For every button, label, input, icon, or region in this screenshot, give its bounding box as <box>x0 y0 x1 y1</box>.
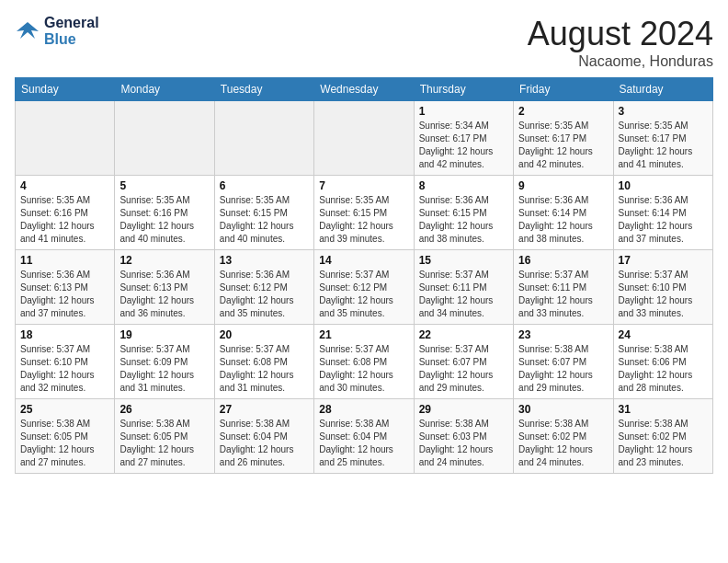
logo: General Blue <box>15 15 99 48</box>
day-number: 18 <box>20 328 109 341</box>
calendar-cell: 6Sunrise: 5:35 AM Sunset: 6:15 PM Daylig… <box>214 176 313 250</box>
calendar-table: Sunday Monday Tuesday Wednesday Thursday… <box>15 77 713 474</box>
day-number: 13 <box>220 254 309 267</box>
logo-text: General Blue <box>44 15 99 48</box>
day-info: Sunrise: 5:38 AM Sunset: 6:07 PM Dayligh… <box>518 343 608 395</box>
calendar-cell: 17Sunrise: 5:37 AM Sunset: 6:10 PM Dayli… <box>613 250 712 325</box>
calendar-cell: 3Sunrise: 5:35 AM Sunset: 6:17 PM Daylig… <box>613 101 712 176</box>
calendar-cell: 4Sunrise: 5:35 AM Sunset: 6:16 PM Daylig… <box>16 176 115 250</box>
calendar-cell: 16Sunrise: 5:37 AM Sunset: 6:11 PM Dayli… <box>514 250 613 325</box>
day-info: Sunrise: 5:37 AM Sunset: 6:08 PM Dayligh… <box>319 343 408 395</box>
day-number: 6 <box>220 179 309 192</box>
day-info: Sunrise: 5:38 AM Sunset: 6:03 PM Dayligh… <box>419 418 508 469</box>
day-number: 30 <box>518 403 608 416</box>
month-year: August 2024 <box>528 15 713 53</box>
day-number: 4 <box>20 179 109 192</box>
header-thursday: Thursday <box>414 78 513 101</box>
day-info: Sunrise: 5:38 AM Sunset: 6:02 PM Dayligh… <box>518 418 608 469</box>
week-row-5: 25Sunrise: 5:38 AM Sunset: 6:05 PM Dayli… <box>16 399 713 474</box>
calendar-cell: 13Sunrise: 5:36 AM Sunset: 6:12 PM Dayli… <box>214 250 313 325</box>
page-header: General Blue August 2024 Nacaome, Hondur… <box>15 15 713 70</box>
calendar-cell: 2Sunrise: 5:35 AM Sunset: 6:17 PM Daylig… <box>514 101 613 176</box>
day-number: 23 <box>518 328 608 341</box>
calendar-cell: 23Sunrise: 5:38 AM Sunset: 6:07 PM Dayli… <box>514 325 613 399</box>
week-row-3: 11Sunrise: 5:36 AM Sunset: 6:13 PM Dayli… <box>16 250 713 325</box>
calendar-cell: 9Sunrise: 5:36 AM Sunset: 6:14 PM Daylig… <box>514 176 613 250</box>
week-row-4: 18Sunrise: 5:37 AM Sunset: 6:10 PM Dayli… <box>16 325 713 399</box>
day-info: Sunrise: 5:38 AM Sunset: 6:05 PM Dayligh… <box>119 418 209 469</box>
day-info: Sunrise: 5:37 AM Sunset: 6:09 PM Dayligh… <box>119 343 209 395</box>
day-number: 16 <box>518 254 608 267</box>
calendar-cell: 5Sunrise: 5:35 AM Sunset: 6:16 PM Daylig… <box>115 176 214 250</box>
calendar-cell: 15Sunrise: 5:37 AM Sunset: 6:11 PM Dayli… <box>414 250 513 325</box>
day-info: Sunrise: 5:38 AM Sunset: 6:06 PM Dayligh… <box>619 343 708 395</box>
day-number: 15 <box>419 254 508 267</box>
logo-icon <box>15 18 40 44</box>
day-number: 12 <box>119 254 209 267</box>
day-info: Sunrise: 5:38 AM Sunset: 6:04 PM Dayligh… <box>220 418 309 469</box>
calendar-cell: 18Sunrise: 5:37 AM Sunset: 6:10 PM Dayli… <box>16 325 115 399</box>
calendar-cell: 25Sunrise: 5:38 AM Sunset: 6:05 PM Dayli… <box>16 399 115 474</box>
day-number: 11 <box>20 254 109 267</box>
calendar-cell: 12Sunrise: 5:36 AM Sunset: 6:13 PM Dayli… <box>115 250 214 325</box>
day-info: Sunrise: 5:35 AM Sunset: 6:16 PM Dayligh… <box>119 194 209 246</box>
calendar-cell <box>314 101 414 176</box>
calendar-cell: 11Sunrise: 5:36 AM Sunset: 6:13 PM Dayli… <box>16 250 115 325</box>
day-info: Sunrise: 5:36 AM Sunset: 6:12 PM Dayligh… <box>220 269 309 320</box>
day-info: Sunrise: 5:36 AM Sunset: 6:13 PM Dayligh… <box>119 269 209 320</box>
title-block: August 2024 Nacaome, Honduras <box>528 15 713 70</box>
day-number: 20 <box>220 328 309 341</box>
svg-marker-0 <box>17 22 39 39</box>
day-info: Sunrise: 5:35 AM Sunset: 6:17 PM Dayligh… <box>518 120 608 171</box>
day-number: 21 <box>319 328 408 341</box>
calendar-cell <box>115 101 214 176</box>
day-number: 25 <box>20 403 109 416</box>
header-tuesday: Tuesday <box>214 78 313 101</box>
calendar-cell: 20Sunrise: 5:37 AM Sunset: 6:08 PM Dayli… <box>214 325 313 399</box>
calendar-cell: 19Sunrise: 5:37 AM Sunset: 6:09 PM Dayli… <box>115 325 214 399</box>
day-info: Sunrise: 5:37 AM Sunset: 6:11 PM Dayligh… <box>518 269 608 320</box>
day-info: Sunrise: 5:38 AM Sunset: 6:04 PM Dayligh… <box>319 418 408 469</box>
week-row-1: 1Sunrise: 5:34 AM Sunset: 6:17 PM Daylig… <box>16 101 713 176</box>
day-info: Sunrise: 5:36 AM Sunset: 6:14 PM Dayligh… <box>619 194 708 246</box>
day-info: Sunrise: 5:37 AM Sunset: 6:10 PM Dayligh… <box>20 343 109 395</box>
day-info: Sunrise: 5:36 AM Sunset: 6:14 PM Dayligh… <box>518 194 608 246</box>
calendar-cell: 31Sunrise: 5:38 AM Sunset: 6:02 PM Dayli… <box>613 399 712 474</box>
day-number: 8 <box>419 179 508 192</box>
day-number: 27 <box>220 403 309 416</box>
calendar-cell: 29Sunrise: 5:38 AM Sunset: 6:03 PM Dayli… <box>414 399 513 474</box>
day-number: 14 <box>319 254 408 267</box>
calendar-cell: 10Sunrise: 5:36 AM Sunset: 6:14 PM Dayli… <box>613 176 712 250</box>
day-info: Sunrise: 5:37 AM Sunset: 6:08 PM Dayligh… <box>220 343 309 395</box>
day-number: 28 <box>319 403 408 416</box>
calendar-cell: 14Sunrise: 5:37 AM Sunset: 6:12 PM Dayli… <box>314 250 414 325</box>
calendar-cell: 7Sunrise: 5:35 AM Sunset: 6:15 PM Daylig… <box>314 176 414 250</box>
day-number: 1 <box>419 105 508 118</box>
day-info: Sunrise: 5:35 AM Sunset: 6:17 PM Dayligh… <box>619 120 708 171</box>
header-sunday: Sunday <box>16 78 115 101</box>
day-info: Sunrise: 5:35 AM Sunset: 6:16 PM Dayligh… <box>20 194 109 246</box>
location: Nacaome, Honduras <box>528 53 713 70</box>
calendar-cell: 30Sunrise: 5:38 AM Sunset: 6:02 PM Dayli… <box>514 399 613 474</box>
day-number: 22 <box>419 328 508 341</box>
day-info: Sunrise: 5:34 AM Sunset: 6:17 PM Dayligh… <box>419 120 508 171</box>
calendar-cell: 22Sunrise: 5:37 AM Sunset: 6:07 PM Dayli… <box>414 325 513 399</box>
calendar-cell <box>16 101 115 176</box>
day-number: 24 <box>619 328 708 341</box>
day-number: 19 <box>119 328 209 341</box>
calendar-cell: 28Sunrise: 5:38 AM Sunset: 6:04 PM Dayli… <box>314 399 414 474</box>
calendar-cell: 24Sunrise: 5:38 AM Sunset: 6:06 PM Dayli… <box>613 325 712 399</box>
day-number: 31 <box>619 403 708 416</box>
day-number: 29 <box>419 403 508 416</box>
day-info: Sunrise: 5:35 AM Sunset: 6:15 PM Dayligh… <box>220 194 309 246</box>
header-friday: Friday <box>514 78 613 101</box>
header-saturday: Saturday <box>613 78 712 101</box>
calendar-cell: 26Sunrise: 5:38 AM Sunset: 6:05 PM Dayli… <box>115 399 214 474</box>
day-number: 5 <box>119 179 209 192</box>
week-row-2: 4Sunrise: 5:35 AM Sunset: 6:16 PM Daylig… <box>16 176 713 250</box>
day-info: Sunrise: 5:35 AM Sunset: 6:15 PM Dayligh… <box>319 194 408 246</box>
day-info: Sunrise: 5:38 AM Sunset: 6:05 PM Dayligh… <box>20 418 109 469</box>
day-info: Sunrise: 5:37 AM Sunset: 6:10 PM Dayligh… <box>619 269 708 320</box>
calendar-cell: 27Sunrise: 5:38 AM Sunset: 6:04 PM Dayli… <box>214 399 313 474</box>
header-monday: Monday <box>115 78 214 101</box>
